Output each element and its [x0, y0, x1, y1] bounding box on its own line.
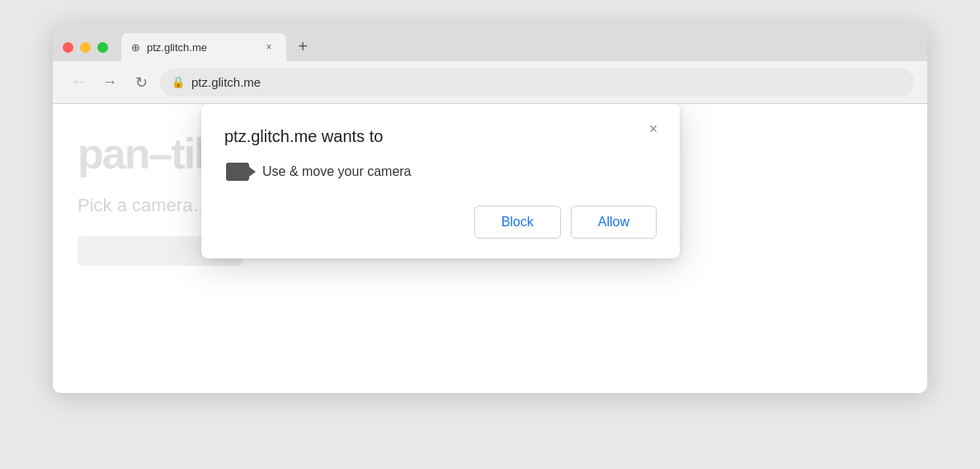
page-background-subtext: Pick a camera…: [78, 195, 210, 216]
lock-icon: 🔒: [172, 76, 185, 88]
allow-button[interactable]: Allow: [571, 206, 657, 239]
forward-button[interactable]: →: [97, 70, 122, 95]
browser-window: ⊕ ptz.glitch.me × + ← → ↻ 🔒 ptz.glitch.m…: [53, 25, 927, 393]
back-button[interactable]: ←: [66, 70, 91, 95]
address-text: ptz.glitch.me: [191, 75, 261, 89]
permission-row: Use & move your camera: [224, 163, 657, 181]
nav-bar: ← → ↻ 🔒 ptz.glitch.me: [53, 61, 927, 104]
permission-text: Use & move your camera: [262, 164, 412, 179]
maximize-window-button[interactable]: [97, 42, 108, 53]
camera-icon: [226, 163, 249, 181]
address-bar[interactable]: 🔒 ptz.glitch.me: [160, 69, 914, 97]
new-tab-button[interactable]: +: [290, 33, 316, 59]
block-button[interactable]: Block: [474, 206, 561, 239]
camera-icon-wrapper: [224, 163, 251, 181]
minimize-window-button[interactable]: [80, 42, 91, 53]
close-window-button[interactable]: [63, 42, 73, 53]
tab-favicon-icon: ⊕: [131, 41, 140, 54]
dialog-close-button[interactable]: ×: [642, 117, 665, 140]
page-content: pan–til Pick a camera… × ptz.glitch.me w…: [53, 104, 927, 393]
page-background-title: pan–til: [78, 129, 205, 178]
active-tab[interactable]: ⊕ ptz.glitch.me ×: [121, 33, 286, 61]
tab-title: ptz.glitch.me: [147, 41, 255, 54]
window-controls: [63, 42, 108, 53]
permission-dialog: × ptz.glitch.me wants to Use & move your…: [201, 104, 680, 258]
tab-close-button[interactable]: ×: [261, 40, 276, 54]
dialog-actions: Block Allow: [224, 206, 657, 239]
dialog-title: ptz.glitch.me wants to: [224, 127, 657, 146]
tab-bar: ⊕ ptz.glitch.me × +: [53, 25, 927, 61]
reload-button[interactable]: ↻: [129, 70, 153, 95]
